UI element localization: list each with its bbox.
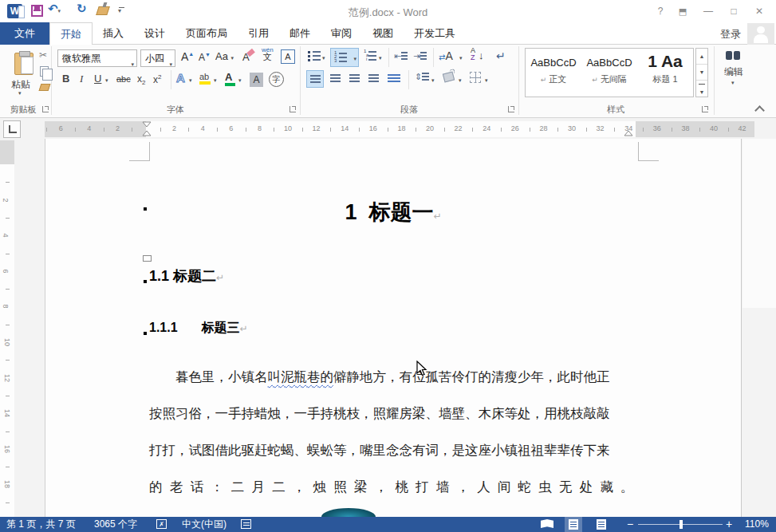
tab-references[interactable]: 引用	[238, 22, 279, 45]
left-indent-marker[interactable]	[143, 255, 152, 262]
superscript-button[interactable]: x2	[153, 73, 161, 85]
shading-button[interactable]	[443, 72, 455, 83]
proofing-status-icon[interactable]: ✗	[156, 519, 167, 529]
decrease-indent-button[interactable]: ⇤	[394, 51, 408, 61]
multilevel-list-button[interactable]: 1ai	[364, 51, 376, 61]
borders-caret[interactable]: ▾	[485, 77, 488, 84]
increase-indent-button[interactable]: ⇥	[413, 51, 427, 61]
sign-in-link[interactable]: 登录	[720, 27, 741, 41]
style-heading1[interactable]: 1 Aa 标题 1	[639, 50, 691, 95]
zoom-out-button[interactable]: −	[627, 518, 633, 530]
align-right-button[interactable]	[349, 74, 360, 83]
web-layout-button[interactable]	[597, 519, 606, 530]
tab-design[interactable]: 设计	[134, 22, 175, 45]
phonetic-guide-button[interactable]: wén 文	[262, 46, 274, 61]
change-case-button[interactable]: Aa ▾	[215, 50, 234, 62]
align-center-button[interactable]	[330, 74, 341, 83]
cut-button[interactable]: ✂	[39, 49, 47, 61]
character-border-button[interactable]: A	[281, 49, 295, 64]
grow-font-button[interactable]: A▲	[181, 50, 194, 63]
format-painter-button[interactable]	[39, 84, 51, 91]
read-mode-button[interactable]	[541, 519, 553, 528]
multilevel-caret[interactable]: ▾	[379, 55, 382, 61]
font-color-caret[interactable]: ▾	[238, 77, 242, 84]
borders-button[interactable]	[470, 72, 481, 83]
first-line-indent-marker[interactable]	[142, 121, 152, 137]
gallery-more-button[interactable]: ▼	[699, 84, 705, 100]
tab-developer[interactable]: 开发工具	[404, 22, 466, 45]
body-line[interactable]: 暮色里，小镇名叫泥瓶巷的僻静地方，有位孤苦伶仃的清瘦少年，此时他正	[175, 368, 610, 386]
tab-review[interactable]: 审阅	[321, 22, 362, 45]
style-no-spacing[interactable]: AaBbCcD ↵ 无间隔	[583, 50, 636, 95]
enclose-characters-button[interactable]: 字	[269, 72, 284, 87]
heading2[interactable]: 1.1 标题二↵	[149, 266, 224, 286]
distribute-button[interactable]	[388, 74, 400, 83]
shrink-font-button[interactable]: A▼	[199, 52, 211, 63]
heading1[interactable]: 1 标题一↵	[149, 198, 637, 227]
word-count[interactable]: 3065 个字	[94, 518, 137, 530]
tab-page-layout[interactable]: 页面布局	[175, 22, 238, 45]
ribbon-display-options-button[interactable]: ⬒	[672, 4, 693, 18]
underline-caret[interactable]: ▾	[105, 77, 108, 84]
highlight-caret[interactable]: ▾	[214, 77, 217, 84]
copy-button[interactable]	[40, 66, 49, 77]
font-color-button[interactable]: A	[225, 71, 235, 86]
gallery-up-button[interactable]: ▲	[696, 49, 707, 65]
align-left-button[interactable]	[306, 70, 324, 88]
paste-button[interactable]: 粘贴 ▾	[3, 48, 38, 97]
bullets-button[interactable]	[308, 51, 321, 61]
maximize-button[interactable]: □	[723, 4, 744, 18]
print-layout-button[interactable]	[565, 517, 582, 532]
zoom-in-button[interactable]: +	[726, 518, 732, 530]
language-indicator[interactable]: 中文(中国)	[182, 518, 226, 530]
style-normal[interactable]: AaBbCcD ↵ 正文	[527, 50, 580, 95]
styles-dialog-launcher[interactable]	[702, 106, 708, 112]
bullets-caret[interactable]: ▾	[322, 55, 325, 61]
tab-file[interactable]: 文件	[0, 22, 49, 45]
font-size-combo[interactable]: 小四▾	[140, 49, 175, 67]
collapse-ribbon-button[interactable]	[754, 105, 765, 116]
line-spacing-caret[interactable]: ▾	[431, 77, 435, 84]
font-dialog-launcher[interactable]	[290, 106, 296, 112]
line-spacing-button[interactable]: ⇕	[415, 72, 429, 82]
gallery-down-button[interactable]: ▼	[696, 65, 707, 81]
text-effects-button[interactable]: A	[176, 71, 185, 85]
clear-formatting-button[interactable]: A	[242, 50, 254, 63]
close-button[interactable]: ✕	[749, 4, 770, 18]
tab-view[interactable]: 视图	[362, 22, 404, 45]
zoom-percentage[interactable]: 110%	[745, 518, 769, 530]
numbering-caret[interactable]: ▾	[353, 56, 356, 62]
macro-record-icon[interactable]	[241, 519, 251, 529]
shading-caret[interactable]: ▾	[459, 77, 462, 84]
chevron-down-icon[interactable]: ▾	[131, 57, 134, 73]
page-indicator[interactable]: 第 1 页，共 7 页	[6, 518, 76, 530]
text-effects-caret[interactable]: ▾	[189, 77, 192, 84]
subscript-button[interactable]: x2	[137, 73, 145, 86]
numbering-button[interactable]: 123 ▾	[330, 48, 359, 67]
asian-layout-caret[interactable]: ▾	[459, 55, 463, 61]
paragraph-dialog-launcher[interactable]	[508, 106, 514, 112]
body-line[interactable]: 按照习俗，一手持蜡烛，一手持桃枝，照耀房梁、墙壁、木床等处，用桃枝敲敲	[149, 405, 610, 423]
zoom-slider-handle[interactable]	[679, 520, 683, 529]
tab-insert[interactable]: 插入	[93, 22, 134, 45]
body-line[interactable]: 打打，试图借此驱赶蛇蝎、蜈蚣等，嘴里念念有词，是这座小镇祖祖辈辈传下来	[149, 442, 610, 459]
horizontal-ruler[interactable]: 6422468101214161820222426283032343638404…	[45, 121, 754, 137]
tab-mailings[interactable]: 邮件	[279, 22, 321, 45]
body-line[interactable]: 的老话：二月二，烛照梁，桃打墙，人间蛇虫无处藏。	[149, 479, 641, 496]
font-name-combo[interactable]: 微软雅黑▾	[57, 49, 137, 67]
style-gallery-scrollbar[interactable]: ▲ ▼ ▼	[695, 48, 708, 97]
underline-button[interactable]: U	[94, 73, 101, 85]
show-hide-marks-button[interactable]: ↵	[496, 49, 506, 62]
editing-button[interactable]: 编辑 ▾	[718, 48, 750, 96]
italic-button[interactable]: I	[80, 73, 83, 85]
strikethrough-button[interactable]: abc	[116, 74, 131, 84]
heading3[interactable]: 1.1.1标题三↵	[149, 320, 248, 337]
justify-button[interactable]	[368, 74, 379, 83]
vertical-ruler[interactable]: 24681012141618	[0, 140, 14, 517]
avatar[interactable]	[747, 23, 774, 45]
asian-layout-button[interactable]: ⇄A	[439, 49, 453, 62]
highlight-button[interactable]: ab	[199, 72, 211, 85]
clipboard-dialog-launcher[interactable]	[42, 106, 49, 112]
bold-button[interactable]: B	[62, 73, 69, 85]
tab-home[interactable]: 开始	[49, 22, 93, 45]
